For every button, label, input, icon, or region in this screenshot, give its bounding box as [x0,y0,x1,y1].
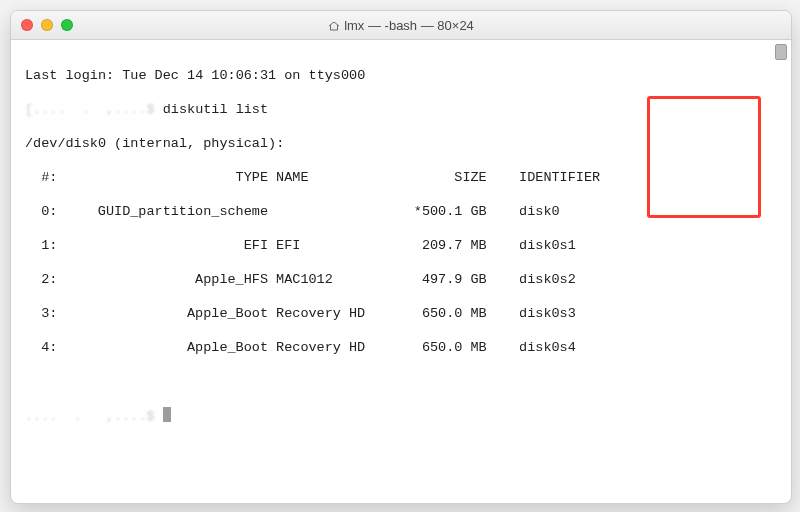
prompt-text: [.... . ,....$ [25,102,155,117]
zoom-icon[interactable] [61,19,73,31]
titlebar: lmx — -bash — 80×24 [11,11,791,40]
header-name: NAME [276,169,389,186]
table-row: 3:Apple_Boot Recovery HD650.0 MBdisk0s3 [25,305,783,322]
terminal-window: lmx — -bash — 80×24 Last login: Tue Dec … [10,10,792,504]
window-controls [11,19,73,31]
header-type: TYPE [74,169,268,186]
window-title: lmx — -bash — 80×24 [11,18,791,33]
command-line: [.... . ,....$ diskutil list [25,101,783,118]
home-icon [328,21,340,31]
table-row: 4:Apple_Boot Recovery HD650.0 MBdisk0s4 [25,339,783,356]
scrollbar[interactable] [773,44,787,500]
device-line: /dev/disk0 (internal, physical): [25,135,783,152]
last-login-line: Last login: Tue Dec 14 10:06:31 on ttys0… [25,67,783,84]
terminal-body[interactable]: Last login: Tue Dec 14 10:06:31 on ttys0… [11,40,791,504]
scrollbar-thumb[interactable] [775,44,787,60]
table-row: 2:Apple_HFS MAC1012497.9 GBdisk0s2 [25,271,783,288]
header-num: #: [25,169,57,186]
header-size: SIZE [390,169,487,186]
header-identifier: IDENTIFIER [487,169,617,186]
prompt-line: .... . ,....$ [25,407,783,425]
cursor-icon [163,407,171,422]
table-row: 0:GUID_partition_scheme *500.1 GBdisk0 [25,203,783,220]
table-row: 1:EFI EFI209.7 MBdisk0s1 [25,237,783,254]
blank-line [25,373,783,390]
table-header: #:TYPE NAMESIZEIDENTIFIER [25,169,783,186]
minimize-icon[interactable] [41,19,53,31]
prompt-text: .... . ,....$ [25,409,163,424]
command-text: diskutil list [163,102,268,117]
close-icon[interactable] [21,19,33,31]
window-title-text: lmx — -bash — 80×24 [344,18,474,33]
